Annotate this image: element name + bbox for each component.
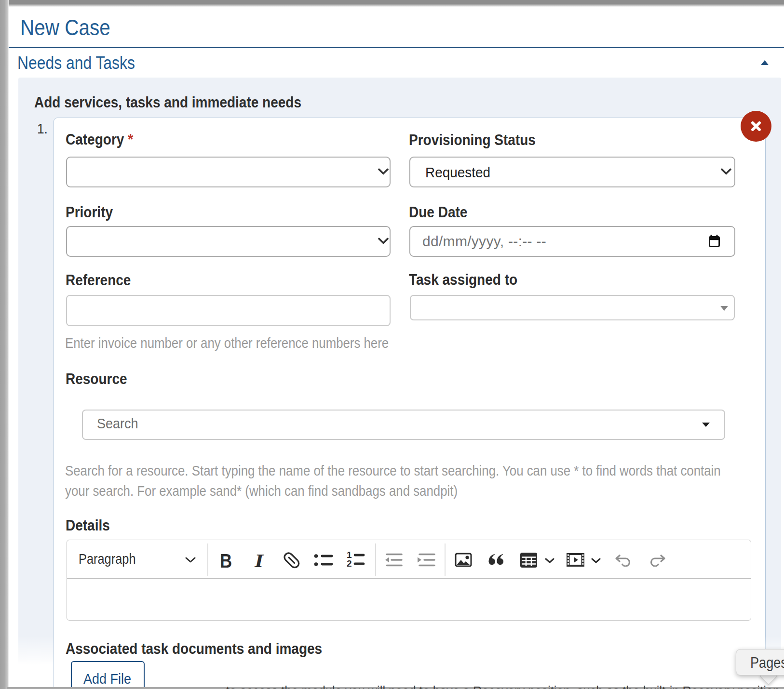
svg-text:2: 2 [347, 558, 352, 568]
